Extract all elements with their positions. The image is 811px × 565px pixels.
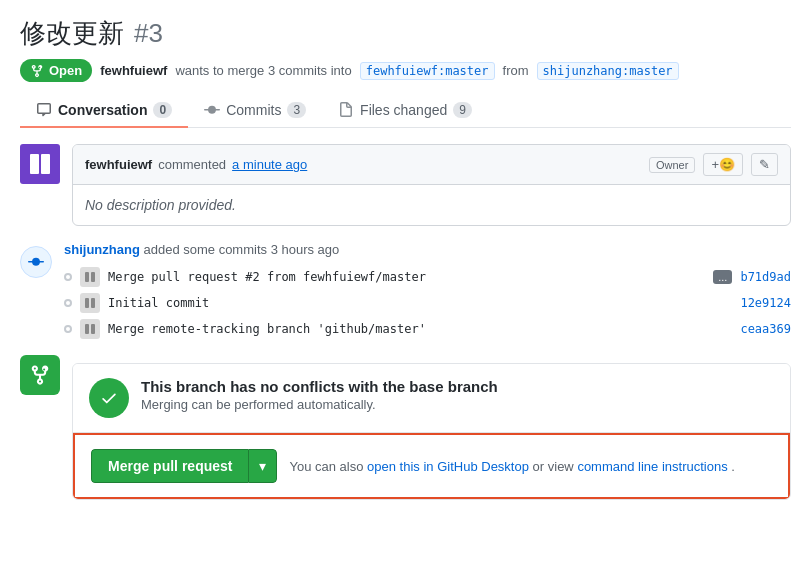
merge-info-suffix: .: [731, 459, 735, 474]
commit-item: Initial commit 12e9124: [64, 293, 791, 313]
commit-mini-avatar: [80, 293, 100, 313]
merge-dropdown-button[interactable]: ▾: [248, 449, 277, 483]
files-changed-icon: [338, 102, 354, 118]
command-line-link[interactable]: command line instructions: [577, 459, 727, 474]
commit-sha-2[interactable]: 12e9124: [740, 296, 791, 310]
svg-rect-9: [85, 324, 89, 334]
merge-button-group: Merge pull request ▾: [91, 449, 277, 483]
commit-dot: [64, 299, 72, 307]
mini-avatar-icon: [83, 322, 97, 336]
commit-dot: [64, 273, 72, 281]
commit-list: Merge pull request #2 from fewhfuiewf/ma…: [64, 267, 791, 339]
emoji-button[interactable]: +😊: [703, 153, 743, 176]
tab-files-count: 9: [453, 102, 472, 118]
merge-row: This branch has no conflicts with the ba…: [20, 355, 791, 500]
git-merge-icon: [30, 64, 44, 78]
merge-info-or: or view: [533, 459, 578, 474]
svg-rect-4: [91, 272, 95, 282]
mini-avatar-icon: [83, 296, 97, 310]
commits-actor[interactable]: shijunzhang: [64, 242, 140, 257]
pr-number: #3: [134, 18, 163, 49]
tab-commits-label: Commits: [226, 102, 281, 118]
svg-rect-10: [91, 324, 95, 334]
commit-item: Merge remote-tracking branch 'github/mas…: [64, 319, 791, 339]
edit-btn-icon: ✎: [759, 157, 770, 172]
dropdown-arrow: ▾: [259, 458, 266, 474]
commit-dots-button[interactable]: ...: [713, 270, 732, 284]
commit-sha-1[interactable]: b71d9ad: [740, 270, 791, 284]
merge-git-icon: [29, 364, 51, 386]
commits-icon: [204, 102, 220, 118]
commit-message-1: Merge pull request #2 from fewhfuiewf/ma…: [108, 270, 705, 284]
tab-commits[interactable]: Commits 3: [188, 94, 322, 128]
merge-pull-request-button[interactable]: Merge pull request: [91, 449, 248, 483]
avatar: [20, 144, 60, 184]
comment-box: fewhfuiewf commented a minute ago Owner …: [72, 144, 791, 226]
commit-message-3: Merge remote-tracking branch 'github/mas…: [108, 322, 732, 336]
commits-header: shijunzhang added some commits 3 hours a…: [64, 242, 791, 257]
pr-meta-text: wants to merge 3 commits into: [175, 63, 351, 78]
commits-content: shijunzhang added some commits 3 hours a…: [64, 242, 791, 339]
comment-block: fewhfuiewf commented a minute ago Owner …: [20, 144, 791, 226]
tab-conversation[interactable]: Conversation 0: [20, 94, 188, 128]
merge-section: This branch has no conflicts with the ba…: [72, 363, 791, 500]
emoji-btn-label: +😊: [711, 157, 735, 172]
source-ref[interactable]: shijunzhang:master: [537, 62, 679, 80]
commit-mini-avatar: [80, 267, 100, 287]
merge-actions: Merge pull request ▾ You can also open t…: [73, 433, 790, 499]
badge-label: Open: [49, 63, 82, 78]
tab-files-changed[interactable]: Files changed 9: [322, 94, 488, 128]
pr-title: 修改更新: [20, 16, 124, 51]
conversation-icon: [36, 102, 52, 118]
commits-block: shijunzhang added some commits 3 hours a…: [20, 242, 791, 339]
comment-header: fewhfuiewf commented a minute ago Owner …: [73, 145, 790, 185]
git-commit-icon: [28, 254, 44, 270]
timeline: fewhfuiewf commented a minute ago Owner …: [20, 144, 791, 500]
pr-author: fewhfuiewf: [100, 63, 167, 78]
tab-commits-count: 3: [287, 102, 306, 118]
merge-status-header: This branch has no conflicts with the ba…: [73, 364, 790, 433]
merge-info: You can also open this in GitHub Desktop…: [289, 459, 734, 474]
timeline-line: [20, 242, 52, 278]
comment-header-right: Owner +😊 ✎: [649, 153, 778, 176]
commits-action: added some commits: [143, 242, 270, 257]
pr-meta: Open fewhfuiewf wants to merge 3 commits…: [20, 59, 791, 82]
comment-header-left: fewhfuiewf commented a minute ago: [85, 157, 307, 172]
svg-rect-7: [91, 298, 95, 308]
merge-status-sub: Merging can be performed automatically.: [141, 397, 774, 412]
commit-dot: [64, 325, 72, 333]
tab-files-label: Files changed: [360, 102, 447, 118]
github-desktop-link[interactable]: open this in GitHub Desktop: [367, 459, 529, 474]
pr-title-row: 修改更新 #3: [20, 16, 791, 51]
comment-body: No description provided.: [73, 185, 790, 225]
merge-info-prefix: You can also: [289, 459, 363, 474]
tab-conversation-count: 0: [153, 102, 172, 118]
merge-check-icon: [89, 378, 129, 418]
open-badge: Open: [20, 59, 92, 82]
target-ref[interactable]: fewhfuiewf:master: [360, 62, 495, 80]
comment-time-link[interactable]: a minute ago: [232, 157, 307, 172]
commit-item: Merge pull request #2 from fewhfuiewf/ma…: [64, 267, 791, 287]
svg-rect-1: [41, 154, 50, 174]
tab-conversation-label: Conversation: [58, 102, 147, 118]
merge-status-text: This branch has no conflicts with the ba…: [141, 378, 774, 412]
mini-avatar-icon: [83, 270, 97, 284]
svg-rect-0: [30, 154, 39, 174]
edit-button[interactable]: ✎: [751, 153, 778, 176]
comment-body-text: No description provided.: [85, 197, 236, 213]
comment-author: fewhfuiewf: [85, 157, 152, 172]
from-text: from: [503, 63, 529, 78]
avatar-icon: [26, 150, 54, 178]
comment-action: commented: [158, 157, 226, 172]
checkmark-icon: [100, 389, 118, 407]
merge-git-icon-box: [20, 355, 60, 395]
commit-mini-avatar: [80, 319, 100, 339]
commits-time: 3 hours ago: [271, 242, 340, 257]
commits-event-icon: [20, 246, 52, 278]
tabs-bar: Conversation 0 Commits 3 Files changed 9: [20, 94, 791, 128]
svg-rect-6: [85, 298, 89, 308]
merge-status-title: This branch has no conflicts with the ba…: [141, 378, 774, 395]
svg-rect-3: [85, 272, 89, 282]
commit-sha-3[interactable]: ceaa369: [740, 322, 791, 336]
commit-message-2: Initial commit: [108, 296, 732, 310]
